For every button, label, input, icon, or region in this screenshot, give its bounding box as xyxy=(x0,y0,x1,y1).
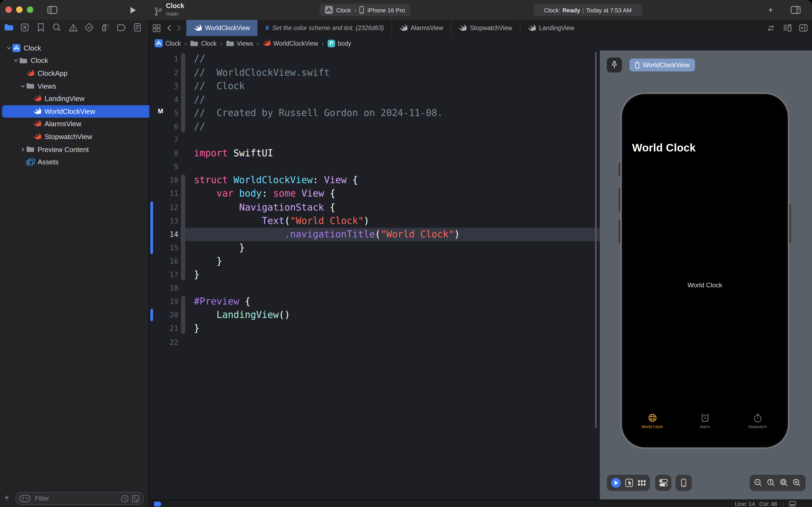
breakpoints-icon[interactable] xyxy=(115,22,127,33)
scheme-selector[interactable]: Clock › iPhone 16 Pro xyxy=(320,4,410,16)
breadcrumb-item-body[interactable]: Pbody xyxy=(328,40,351,47)
tree-item-worldclockview[interactable]: WorldClockViewM xyxy=(0,105,175,117)
code-line-19[interactable]: 19#Preview { xyxy=(149,295,600,308)
toggle-right-inspector-button[interactable] xyxy=(791,0,801,20)
tab-alarmsview[interactable]: AlarmsView xyxy=(392,20,451,36)
code-line-9[interactable]: 9 xyxy=(149,160,600,173)
line-number: 4 xyxy=(149,93,178,106)
line-number: 16 xyxy=(149,255,178,268)
code-editor[interactable]: 1//2// WorldClockView.swift3// Clock4//5… xyxy=(149,51,600,500)
add-button[interactable]: + xyxy=(768,0,773,20)
preview-tab-alarm[interactable]: Alarm xyxy=(687,413,723,429)
issues-icon[interactable] xyxy=(67,22,79,33)
tree-item-views[interactable]: Views xyxy=(0,80,168,92)
preview-target-pill[interactable]: WorldClockView xyxy=(629,59,695,71)
project-navigator-icon[interactable] xyxy=(3,22,14,33)
code-line-13[interactable]: 13 Text("World Clock") xyxy=(149,214,600,227)
code-line-11[interactable]: 11 var body: some View { xyxy=(149,187,600,201)
tree-item-clockapp[interactable]: ClockApp xyxy=(0,67,168,79)
display-icon[interactable] xyxy=(789,501,796,506)
code-line-17[interactable]: 17} xyxy=(149,268,600,281)
tests-icon[interactable] xyxy=(83,22,95,33)
reports-icon[interactable] xyxy=(131,22,143,33)
tree-item-assets[interactable]: Assets xyxy=(0,156,168,168)
breadcrumb-item-clock[interactable]: Clock xyxy=(190,40,217,47)
iphone-screen[interactable]: World Clock World Clock World ClockAlarm… xyxy=(624,96,786,445)
tab-landingview[interactable]: LandingView xyxy=(520,20,582,36)
code-line-21[interactable]: 21} xyxy=(149,322,600,335)
disclosure-chevron-icon[interactable] xyxy=(12,58,19,63)
preview-tab-world-clock[interactable]: World Clock xyxy=(634,413,671,429)
breakpoint-indicator-icon[interactable] xyxy=(154,501,162,506)
zoom-window-button[interactable] xyxy=(27,6,33,13)
run-button[interactable] xyxy=(130,0,136,20)
code-line-8[interactable]: 8import SwiftUI xyxy=(149,147,600,160)
breadcrumb-item-worldclockview[interactable]: WorldClockView xyxy=(263,39,318,47)
code-line-18[interactable]: 18 xyxy=(149,281,600,295)
cursor-position: Line: 14 Col: 48 xyxy=(735,501,777,507)
source-control-filter-icon[interactable] xyxy=(131,494,139,502)
code-line-1[interactable]: 1// xyxy=(149,52,600,66)
disclosure-chevron-icon[interactable] xyxy=(19,147,26,152)
zoom-out-icon[interactable] xyxy=(754,478,763,487)
bookmarks-icon[interactable] xyxy=(35,22,47,33)
add-file-button[interactable]: + xyxy=(4,493,9,503)
tab-worldclockview[interactable]: WorldClockView xyxy=(186,20,257,36)
preview-device-button[interactable] xyxy=(676,475,692,491)
code-line-10[interactable]: 10struct WorldClockView: View { xyxy=(149,174,600,187)
debug-icon[interactable] xyxy=(99,22,111,33)
disclosure-chevron-icon[interactable] xyxy=(19,83,26,88)
close-window-button[interactable] xyxy=(5,6,12,13)
selectable-mode-button[interactable] xyxy=(625,478,634,487)
code-line-4[interactable]: 4// xyxy=(149,93,600,106)
code-line-16[interactable]: 16 } xyxy=(149,255,600,268)
tree-item-alarmsview[interactable]: AlarmsView xyxy=(0,118,175,130)
breadcrumb-item-clock[interactable]: Clock xyxy=(155,39,181,47)
add-editor-icon[interactable] xyxy=(799,24,808,32)
code-line-5[interactable]: 5// Created by Russell Gordon on 2024-11… xyxy=(149,106,600,120)
go-back-button[interactable] xyxy=(167,20,171,36)
code-line-2[interactable]: 2// WorldClockView.swift xyxy=(149,66,600,79)
preview-tab-stopwatch[interactable]: Stopwatch xyxy=(739,413,776,429)
swap-editor-icon[interactable] xyxy=(766,24,775,32)
editor-scrollbar[interactable] xyxy=(595,52,597,428)
scheme-project-info[interactable]: Clock main xyxy=(155,2,184,17)
code-line-20[interactable]: 20 LandingView() xyxy=(149,308,600,322)
breadcrumb-label: Clock xyxy=(201,40,217,47)
recent-files-icon[interactable] xyxy=(121,494,129,502)
tree-item-preview-content[interactable]: Preview Content xyxy=(0,144,168,156)
zoom-in-icon[interactable] xyxy=(793,478,801,487)
code-line-12[interactable]: 12 NavigationStack { xyxy=(149,201,600,214)
tree-item-stopwatchview[interactable]: StopwatchView xyxy=(0,130,175,143)
code-line-6[interactable]: 6// xyxy=(149,120,600,133)
tab-stopwatchview[interactable]: StopwatchView xyxy=(451,20,520,36)
device-settings-button[interactable] xyxy=(655,475,671,491)
breadcrumb-item-views[interactable]: Views xyxy=(226,40,253,47)
code-line-3[interactable]: 3// Clock xyxy=(149,79,600,93)
zoom-100-icon[interactable] xyxy=(767,478,775,487)
code-line-22[interactable]: 22 xyxy=(149,335,600,349)
live-preview-button[interactable] xyxy=(611,477,621,488)
pin-preview-button[interactable] xyxy=(607,57,622,72)
variants-mode-button[interactable] xyxy=(638,479,646,487)
source-control-icon[interactable] xyxy=(19,22,31,33)
disclosure-chevron-icon[interactable] xyxy=(5,46,12,51)
minimize-window-button[interactable] xyxy=(16,6,22,13)
minimap-icon[interactable] xyxy=(783,24,792,32)
tree-item-clock[interactable]: Clock xyxy=(0,42,154,54)
tab-set-the-color-scheme-and-tint-2326d63-[interactable]: #Set the color scheme and tint. (2326d63… xyxy=(257,20,392,36)
activity-status[interactable]: Clock: Ready | Today at 7:53 AM xyxy=(533,4,642,16)
statusbar-separator: | xyxy=(783,501,784,507)
tree-item-clock[interactable]: Clock xyxy=(0,55,161,67)
code-line-15[interactable]: 15 } xyxy=(149,241,600,255)
code-line-7[interactable]: 7 xyxy=(149,133,600,147)
filter-bar: + Filter xyxy=(0,489,149,507)
zoom-fit-icon[interactable] xyxy=(780,478,789,487)
code-line-14[interactable]: 14 .navigationTitle("World Clock") xyxy=(149,227,600,241)
tree-item-landingview[interactable]: LandingView xyxy=(0,93,175,105)
find-icon[interactable] xyxy=(51,22,63,33)
go-forward-button[interactable] xyxy=(177,20,181,36)
filter-field[interactable]: Filter xyxy=(15,492,144,505)
toggle-left-sidebar-button[interactable] xyxy=(47,0,57,20)
related-items-button[interactable] xyxy=(153,20,161,36)
